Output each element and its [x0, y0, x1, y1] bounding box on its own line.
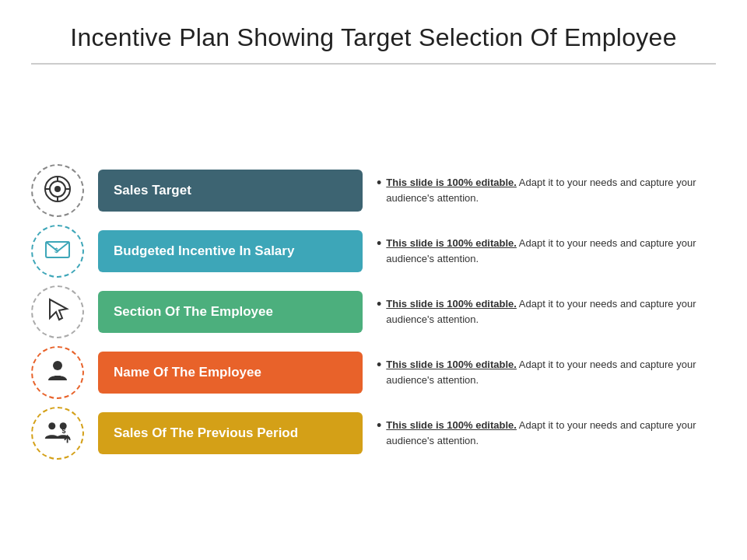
description-name: • This slide is 100% editable. Adapt it … — [377, 357, 716, 387]
rows-container: Sales Target • This slide is 100% editab… — [31, 86, 716, 537]
icon-circle-previous: $ — [31, 407, 84, 460]
row-sales-previous: $ Sales Of The Previous Period • This sl… — [31, 407, 716, 460]
icon-circle-sales-target — [31, 164, 84, 217]
row-section-employee: Section Of The Employee • This slide is … — [31, 285, 716, 338]
bullet-3: • — [377, 296, 381, 313]
cursor-icon — [44, 296, 72, 327]
description-previous: • This slide is 100% editable. Adapt it … — [377, 418, 716, 448]
description-sales-target: • This slide is 100% editable. Adapt it … — [377, 175, 716, 205]
desc-bold-2: This slide is 100% editable. — [386, 237, 517, 249]
bullet-2: • — [377, 236, 381, 253]
target-icon — [44, 175, 72, 206]
label-box-sales-target: Sales Target — [98, 170, 363, 212]
label-text-previous: Sales Of The Previous Period — [114, 425, 298, 441]
label-box-budgeted: Budgeted Incentive In Salary — [98, 230, 363, 272]
label-box-section: Section Of The Employee — [98, 291, 363, 333]
icon-circle-budgeted: $ — [31, 225, 84, 278]
desc-bold-5: This slide is 100% editable. — [386, 419, 517, 431]
desc-bold-1: This slide is 100% editable. — [386, 177, 517, 188]
slide-title: Incentive Plan Showing Target Selection … — [31, 23, 716, 65]
svg-point-12 — [48, 422, 55, 429]
row-budgeted-incentive: $ Budgeted Incentive In Salary • This sl… — [31, 225, 716, 278]
description-section: • This slide is 100% editable. Adapt it … — [377, 296, 716, 327]
label-text-budgeted: Budgeted Incentive In Salary — [114, 243, 294, 259]
desc-bold-4: This slide is 100% editable. — [386, 359, 517, 370]
icon-circle-section — [31, 285, 84, 338]
label-text-name: Name Of The Employee — [114, 365, 261, 380]
bullet-4: • — [377, 357, 381, 374]
svg-text:$: $ — [54, 247, 58, 254]
bullet-1: • — [377, 175, 381, 192]
label-box-previous: Sales Of The Previous Period — [98, 412, 363, 454]
label-box-name: Name Of The Employee — [98, 352, 363, 394]
svg-point-10 — [53, 361, 62, 370]
row-name-employee: Name Of The Employee • This slide is 100… — [31, 346, 716, 399]
label-text-sales-target: Sales Target — [114, 183, 191, 198]
slide: Incentive Plan Showing Target Selection … — [0, 0, 747, 560]
svg-point-2 — [54, 186, 61, 192]
svg-rect-11 — [54, 376, 61, 379]
icon-circle-name — [31, 346, 84, 399]
envelope-dollar-icon: $ — [44, 236, 72, 267]
description-budgeted: • This slide is 100% editable. Adapt it … — [377, 236, 716, 266]
desc-bold-3: This slide is 100% editable. — [386, 298, 517, 310]
group-dollar-icon: $ — [44, 418, 72, 449]
label-text-section: Section Of The Employee — [114, 304, 273, 320]
svg-marker-9 — [50, 299, 67, 320]
svg-text:$: $ — [61, 426, 65, 434]
person-icon — [44, 357, 72, 388]
row-sales-target: Sales Target • This slide is 100% editab… — [31, 164, 716, 217]
bullet-5: • — [377, 418, 381, 435]
